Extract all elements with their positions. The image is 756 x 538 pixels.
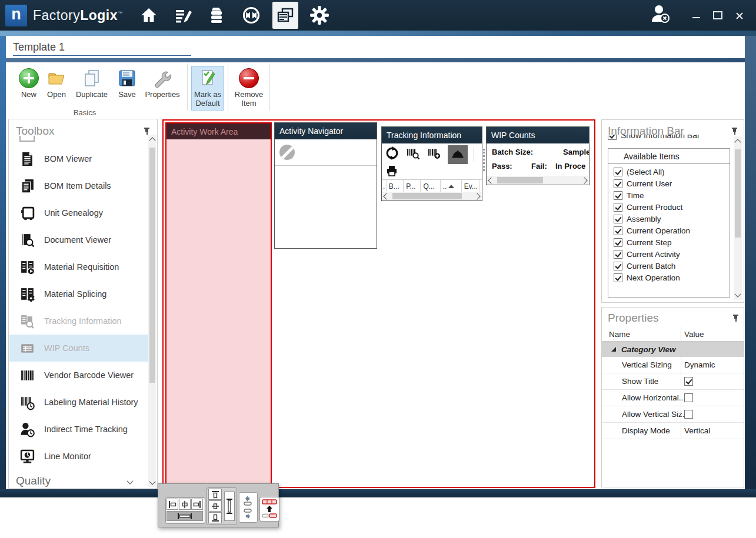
show-title-checkbox[interactable] [684,377,693,386]
align-top-button[interactable] [208,489,222,500]
available-item-current-operation[interactable]: Current Operation [614,226,730,235]
checkbox[interactable] [614,203,622,212]
source-row-icon [262,513,277,518]
property-row-allow-vertical[interactable]: Allow Vertical Siz... [602,406,744,423]
available-item-current-user[interactable]: Current User [614,179,730,188]
available-item-current-product[interactable]: Current Product [614,203,730,212]
show-information-bar-row[interactable]: Show Information Bar [608,135,720,142]
category-expander-icon[interactable] [611,347,616,352]
allow-vertical-checkbox[interactable] [684,410,693,419]
minimize-button[interactable] [692,17,700,18]
template-name-input[interactable] [13,39,191,56]
up-arrow-icon[interactable] [266,506,273,512]
toolbox-item-bom-viewer[interactable]: BOM Viewer [9,145,148,172]
checkbox[interactable] [614,273,622,282]
category-row[interactable]: Category View [602,342,744,357]
align-bottom-button[interactable] [208,512,222,523]
toolbox-item-indirect-time-tracking[interactable]: Indirect Time Tracking [9,416,148,443]
wip-row-2: Pass: Fail: In Proce [487,162,589,173]
available-item-next-operation[interactable]: Next Operation [614,273,730,282]
print-icon[interactable] [385,165,398,180]
move-next-button[interactable] [241,507,254,520]
checkbox[interactable] [614,238,622,247]
transfer-icon[interactable] [238,2,264,29]
barcode-add-icon[interactable] [428,146,441,162]
available-item-time[interactable]: Time [614,191,730,200]
refresh-icon[interactable] [385,146,399,162]
tracking-information-panel[interactable]: Tracking Information . B... P... Q... ..… [381,126,482,201]
available-items-group: Available Items (Select All) Current Use… [608,148,730,298]
remove-item-button[interactable]: Remove Item [232,66,266,111]
title-bar: n FactoryLogix™ [0,0,756,31]
production-definition-icon[interactable] [170,2,196,29]
property-row-display-mode[interactable]: Display Mode Vertical [602,423,744,439]
align-left-button[interactable] [166,499,178,510]
property-row-vertical-sizing[interactable]: Vertical Sizing Dynamic [602,357,744,373]
toolbox-section-quality[interactable]: Quality [9,472,148,489]
wip-counts-panel[interactable]: WIP Counts Batch Size: Sample Pass: Fail… [486,126,590,185]
toolbox-item-unit-genealogy[interactable]: Unit Genealogy [9,199,148,226]
property-row-show-title[interactable]: Show Title [602,373,744,390]
in-process-label: In Proce [555,162,585,171]
barcode-search-icon[interactable] [407,146,420,162]
name-column-header[interactable]: Name [609,330,630,339]
show-information-bar-checkbox[interactable] [608,135,617,140]
duplicate-button[interactable]: Duplicate [71,66,113,102]
templates-icon[interactable] [272,2,298,29]
checkbox[interactable] [614,215,622,223]
new-button[interactable]: New [15,66,42,102]
value-column-header[interactable]: Value [684,330,704,339]
pin-icon[interactable] [732,314,740,322]
close-button[interactable] [735,12,743,19]
tracking-horizontal-scrollbar[interactable] [382,192,482,201]
checkbox[interactable] [614,191,622,200]
available-item-current-activity[interactable]: Current Activity [614,250,730,259]
wip-horizontal-scrollbar[interactable] [487,176,589,185]
checkbox[interactable] [614,250,622,259]
available-item-select-all[interactable]: (Select All) [614,168,730,176]
toolbox-item-line-monitor[interactable]: Line Monitor [9,443,148,470]
toolbox-item-labeling-material-history[interactable]: Labeling Material History [9,389,148,416]
align-center-horizontal-button[interactable] [179,499,191,510]
toolbox-item-bom-item-details[interactable]: BOM Item Details [9,172,148,199]
checkbox[interactable] [614,179,622,188]
properties-button[interactable]: Properties [141,66,184,102]
stretch-vertical-button[interactable] [224,492,235,521]
wip-counts-gripper[interactable] [483,149,485,171]
toolbox-scrollbar[interactable] [148,135,156,487]
toolbox-item-vendor-barcode-viewer[interactable]: Vendor Barcode Viewer [9,362,148,389]
maximize-button[interactable] [713,11,722,19]
ribbon-divider [0,58,756,62]
available-item-current-batch[interactable]: Current Batch [614,262,730,270]
align-right-button[interactable] [191,499,203,510]
pin-icon[interactable] [731,127,739,135]
activity-work-area-panel[interactable]: Activity Work Area [165,122,272,485]
open-button[interactable]: Open [42,66,71,102]
home-icon[interactable] [136,2,162,29]
operator-hat-icon[interactable] [448,145,468,164]
sorted-column-header[interactable]: .. [441,180,462,192]
information-bar-scrollbar[interactable] [734,136,742,300]
toolbox-item-document-viewer[interactable]: Document Viewer [9,226,148,253]
activity-navigator-panel[interactable]: Activity Navigator [274,122,377,249]
toolbox-item-wip-counts[interactable]: WIP Counts [9,335,148,362]
user-status-icon[interactable] [649,3,672,28]
checkbox[interactable] [614,226,622,235]
save-button[interactable]: Save [113,66,141,102]
pin-icon[interactable] [143,127,151,135]
align-center-vertical-button[interactable] [208,500,222,512]
checkbox[interactable] [614,168,622,176]
allow-horizontal-checkbox[interactable] [684,393,693,402]
mark-as-default-button[interactable]: Mark as Default [191,66,224,111]
available-item-assembly[interactable]: Assembly [614,215,730,223]
materials-icon[interactable] [204,2,230,29]
stretch-horizontal-button[interactable] [166,511,203,521]
labeling-history-icon [18,393,36,411]
available-item-current-step[interactable]: Current Step [614,238,730,247]
checkbox[interactable] [614,262,622,270]
toolbox-item-material-requisition[interactable]: Material Requisition [9,253,148,280]
property-row-allow-horizontal[interactable]: Allow Horizontal... [602,390,744,406]
move-previous-button[interactable] [241,494,254,507]
settings-icon[interactable] [307,2,332,29]
toolbox-item-material-splicing[interactable]: Material Splicing [9,280,148,308]
